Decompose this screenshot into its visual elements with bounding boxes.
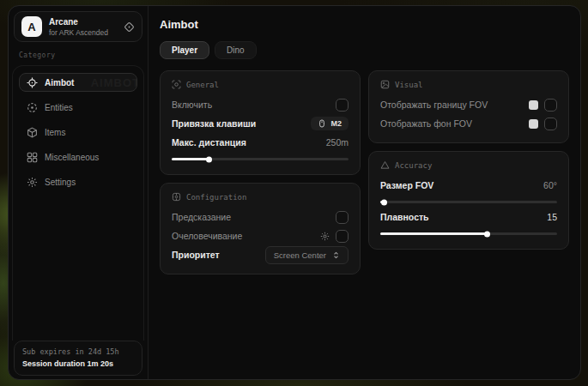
fov-border-row: Отображать границу FOV — [380, 95, 557, 114]
priority-label: Приоритет — [172, 250, 220, 260]
keybind-label: Привязка клавиши — [172, 118, 256, 129]
fov-size-row: Размер FOV 60° — [380, 176, 557, 195]
general-panel-header: General — [172, 80, 349, 89]
visual-panel-header: Visual — [380, 80, 557, 89]
slider-fill — [172, 158, 209, 160]
slider-thumb[interactable] — [206, 156, 212, 162]
image-icon — [380, 80, 390, 89]
keybind-value: M2 — [330, 119, 342, 128]
sub-expires-text: Sub expires in 24d 15h — [22, 347, 134, 356]
max-distance-slider[interactable] — [172, 158, 349, 160]
triangle-icon — [380, 160, 390, 170]
accuracy-panel-header: Accuracy — [380, 160, 557, 170]
sidebar-item-label: Miscellaneous — [45, 153, 99, 162]
package-icon — [27, 127, 38, 138]
fov-size-label: Размер FOV — [380, 180, 433, 190]
sidebar-item-items[interactable]: Items — [19, 123, 137, 142]
fov-size-value: 60° — [543, 180, 557, 190]
app-window: A Arcane for ARK Ascended Category — [8, 5, 581, 380]
sidebar-item-label: Entities — [45, 103, 73, 112]
fov-bg-checkbox[interactable] — [544, 118, 557, 130]
keybind-row: Привязка клавиши M2 — [172, 114, 349, 133]
fov-size-slider[interactable] — [380, 201, 557, 203]
humanize-row: Очеловечивание — [172, 226, 349, 245]
subscription-info-box: Sub expires in 24d 15h Session duration … — [14, 341, 142, 376]
smoothness-row: Плавность 15 — [380, 208, 557, 226]
brand-text: Arcane for ARK Ascended — [49, 17, 108, 37]
max-distance-label: Макс. дистанция — [172, 137, 246, 148]
prediction-label: Предсказание — [172, 212, 231, 222]
page-title: Aimbot — [160, 18, 569, 31]
mouse-icon — [318, 119, 326, 128]
category-label: Category — [19, 51, 137, 59]
tab-bar: Player Dino — [160, 41, 569, 59]
sidebar-item-label: Settings — [45, 178, 76, 187]
session-duration-text: Session duration 1m 20s — [22, 359, 134, 368]
grid-icon — [27, 152, 38, 163]
fov-border-checkbox[interactable] — [544, 99, 557, 112]
humanize-controls — [320, 230, 349, 243]
sidebar-item-entities[interactable]: Entities — [19, 98, 137, 117]
sidebar-item-label: Aimbot — [45, 78, 74, 87]
diamond-target-icon[interactable] — [124, 21, 135, 33]
fov-bg-controls — [529, 118, 557, 130]
fov-bg-label: Отображать фон FOV — [380, 118, 472, 129]
slider-thumb[interactable] — [381, 199, 387, 205]
accuracy-panel: Accuracy Размер FOV 60° Плавность 15 — [368, 151, 569, 250]
fov-border-controls — [529, 99, 557, 112]
prediction-checkbox[interactable] — [336, 211, 349, 224]
humanize-checkbox[interactable] — [336, 230, 349, 243]
max-distance-row: Макс. дистанция 250m — [172, 133, 349, 152]
gear-icon — [27, 177, 38, 188]
slider-fill — [380, 201, 384, 203]
humanize-label: Очеловечивание — [172, 231, 242, 241]
tab-dino[interactable]: Dino — [215, 41, 257, 59]
scan-icon — [172, 80, 181, 89]
configuration-panel: Configuration Предсказание Очеловечивани… — [160, 183, 361, 274]
sidebar-item-label: Items — [45, 128, 65, 137]
panel-title: Accuracy — [395, 161, 432, 170]
keybind-button[interactable]: M2 — [311, 117, 349, 130]
visual-panel: Visual Отображать границу FOV Отображать… — [368, 70, 569, 143]
humanize-settings-gear-icon[interactable] — [320, 232, 330, 241]
sidebar-item-miscellaneous[interactable]: Miscellaneous — [19, 148, 137, 166]
main-content: Aimbot Player Dino General — [149, 6, 580, 379]
brand-card: A Arcane for ARK Ascended — [14, 11, 142, 42]
priority-row: Приоритет Screen Center — [172, 245, 349, 264]
fov-border-label: Отображать границу FOV — [380, 100, 488, 110]
sidebar-item-aimbot[interactable]: Aimbot Aimbot — [19, 73, 137, 92]
crosshair-icon — [27, 77, 38, 88]
sidebar-item-settings[interactable]: Settings — [19, 172, 137, 191]
priority-value: Screen Center — [274, 250, 326, 260]
smoothness-slider[interactable] — [380, 232, 557, 235]
slider-thumb[interactable] — [484, 231, 490, 237]
right-column: Visual Отображать границу FOV Отображать… — [368, 70, 569, 250]
enable-row: Включить — [172, 95, 349, 114]
app-subtitle: for ARK Ascended — [49, 28, 108, 37]
chevrons-up-down-icon — [332, 251, 340, 259]
general-panel: General Включить Привязка клавиши — [160, 70, 361, 175]
panel-title: Visual — [395, 81, 423, 89]
fov-bg-row: Отображать фон FOV — [380, 114, 557, 133]
sidebar-nav: Aimbot Aimbot Entities — [12, 65, 144, 341]
tab-player[interactable]: Player — [160, 41, 209, 59]
priority-dropdown[interactable]: Screen Center — [265, 246, 349, 264]
fov-bg-color-swatch[interactable] — [529, 119, 538, 129]
max-distance-value: 250m — [326, 137, 349, 148]
app-logo: A — [21, 16, 42, 37]
slider-fill — [380, 232, 487, 235]
enable-label: Включить — [172, 100, 212, 110]
smoothness-value: 15 — [547, 212, 557, 222]
aimbot-watermark: Aimbot — [91, 76, 137, 89]
panel-grid: General Включить Привязка клавиши — [160, 70, 569, 274]
smoothness-label: Плавность — [380, 212, 429, 222]
app-name: Arcane — [49, 17, 108, 27]
enable-checkbox[interactable] — [336, 99, 349, 112]
configuration-panel-header: Configuration — [172, 192, 349, 202]
left-column: General Включить Привязка клавиши — [160, 70, 361, 274]
sidebar: A Arcane for ARK Ascended Category — [9, 6, 149, 379]
fov-border-color-swatch[interactable] — [529, 100, 538, 110]
tune-icon — [172, 192, 181, 202]
prediction-row: Предсказание — [172, 208, 349, 226]
panel-title: General — [186, 81, 219, 89]
